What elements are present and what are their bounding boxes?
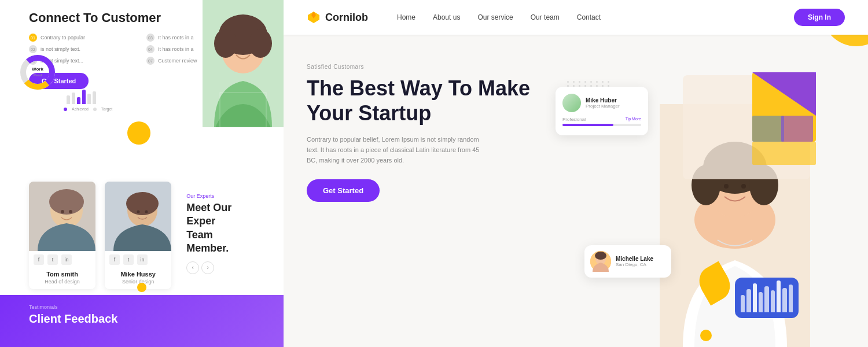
feature-dot-6: 07 <box>146 57 155 65</box>
svg-text:Read: Read <box>34 73 42 77</box>
dot <box>579 81 580 83</box>
logo: Cornilob <box>307 10 368 24</box>
linkedin-icon-2[interactable]: in <box>137 254 148 265</box>
feature-dot-1: 01 <box>29 34 37 42</box>
feature-text-2: It has roots in a <box>158 35 194 40</box>
hero-description: Contrary to popular belief, Lorem Ipsum … <box>307 135 480 165</box>
svg-text:Work: Work <box>32 67 43 72</box>
nav-team[interactable]: Our team <box>531 13 560 21</box>
bottom-banner: Testimonials Client Feedback <box>0 295 284 347</box>
team-name-2: Mike Hussy <box>105 268 171 279</box>
nav-home[interactable]: Home <box>397 13 415 21</box>
svg-point-14 <box>49 189 84 215</box>
dot <box>567 81 569 83</box>
profile-bar-fill <box>562 124 613 126</box>
team-section: f t in Tom smith Head of design <box>0 182 284 289</box>
dot <box>590 81 592 83</box>
nav-service[interactable]: Our service <box>477 13 513 21</box>
person-2-svg <box>105 182 171 251</box>
team-card-img-1 <box>29 182 95 251</box>
person-photo <box>203 0 284 127</box>
logo-icon <box>307 10 321 24</box>
svg-point-20 <box>137 211 140 213</box>
svg-point-19 <box>126 192 159 215</box>
michelle-avatar <box>590 251 611 272</box>
michelle-name: Michelle Lake <box>616 256 653 262</box>
next-arrow[interactable]: › <box>201 261 214 274</box>
bar-1 <box>67 95 70 104</box>
feature-text-1: Contrary to popular <box>41 35 85 40</box>
person-1-svg <box>29 182 95 251</box>
svg-point-5 <box>249 29 272 58</box>
client-feedback-heading: Client Feedback <box>29 312 255 326</box>
dot <box>608 81 609 83</box>
profile-card-header: Mike Huber Project Manager <box>562 94 641 112</box>
bar-2 <box>72 93 75 104</box>
donut-chart: Work Read <box>17 52 58 93</box>
team-card-1: f t in Tom smith Head of design <box>29 182 95 289</box>
meet-experts-section: Our Experts Meet Our Exper Team Member. … <box>186 182 255 274</box>
chart-bar-6 <box>771 290 775 312</box>
facebook-icon[interactable]: f <box>34 254 44 265</box>
prev-arrow[interactable]: ‹ <box>186 261 199 274</box>
dot <box>573 81 575 83</box>
chart-bar-5 <box>764 286 768 312</box>
bottom-yellow-dot <box>700 330 712 341</box>
nav-contact[interactable]: Contact <box>577 13 601 21</box>
team-role-1: Head of design <box>29 279 95 289</box>
bar-5 <box>87 94 91 104</box>
chart-bar-8 <box>782 288 786 312</box>
twitter-icon-2[interactable]: t <box>123 254 134 265</box>
profile-job-title: Project Manager <box>586 104 620 109</box>
profile-avatar <box>562 94 581 112</box>
linkedin-icon[interactable]: in <box>61 254 72 265</box>
team-social-2: f t in <box>105 251 171 268</box>
svg-point-15 <box>61 210 64 213</box>
profile-card: Mike Huber Project Manager Profesional T… <box>556 87 648 135</box>
dot <box>584 81 586 83</box>
bar-3 <box>77 97 80 104</box>
abstract-geo <box>665 69 827 197</box>
facebook-icon-2[interactable]: f <box>109 254 120 265</box>
navbar: Cornilob Home About us Our service Our t… <box>284 0 868 35</box>
team-card-2: f t in Mike Hussy Senior design <box>105 182 171 289</box>
michelle-location: San Diego, CA <box>616 262 653 267</box>
yellow-dot-bottom <box>137 283 146 292</box>
hero-right: // Will be rendered by inline script bel… <box>567 52 845 347</box>
bar-4 <box>82 90 86 104</box>
chart-bar-3 <box>753 283 757 312</box>
feature-dot-4: 04 <box>146 45 155 53</box>
hero-title: The Best Way To Make Your Startup <box>307 76 567 125</box>
twitter-icon[interactable]: t <box>47 254 58 265</box>
feature-dot-2: 03 <box>146 34 155 42</box>
profile-bar-track <box>562 124 641 126</box>
svg-point-21 <box>145 211 148 213</box>
hero-left: Satisfied Customars The Best Way To Make… <box>307 52 567 347</box>
feature-item-1: 01 Contrary to popular <box>29 34 137 42</box>
testimonials-label: Testimonials <box>29 304 255 310</box>
chart-card <box>735 278 799 318</box>
chart-bar-9 <box>789 285 793 312</box>
team-card-img-2 <box>105 182 171 251</box>
svg-point-16 <box>69 210 72 213</box>
feature-text-4: It has roots in a <box>158 46 194 52</box>
michelle-card: Michelle Lake San Diego, CA <box>584 245 671 278</box>
team-name-1: Tom smith <box>29 268 95 279</box>
legend-text-1: Achieved <box>72 107 89 111</box>
yellow-decoration <box>127 121 150 145</box>
chart-legend: Achieved Target <box>64 107 112 111</box>
chart-bar-4 <box>759 292 763 312</box>
hero-cta-button[interactable]: Get Started <box>307 179 380 202</box>
legend-dot-purple <box>64 108 67 111</box>
signin-button[interactable]: Sign In <box>794 9 845 26</box>
chart-bar-7 <box>777 280 781 312</box>
team-social-1: f t in <box>29 251 95 268</box>
svg-point-41 <box>595 252 606 260</box>
svg-rect-29 <box>752 142 816 165</box>
profile-name: Mike Huber <box>586 97 620 104</box>
feature-text-3: is not simply text. <box>41 46 80 52</box>
michelle-info: Michelle Lake San Diego, CA <box>616 256 653 267</box>
nav-about[interactable]: About us <box>433 13 460 21</box>
chart-bar-1 <box>741 295 745 312</box>
hero-tag: Satisfied Customars <box>307 64 567 70</box>
